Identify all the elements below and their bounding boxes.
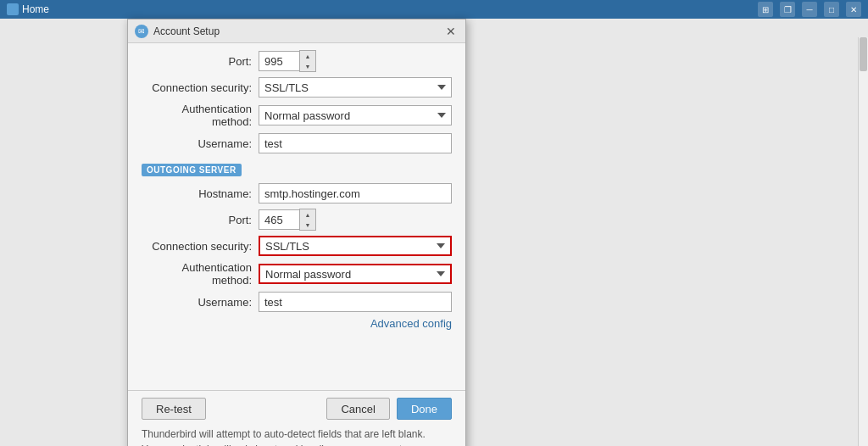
- outgoing-hostname-input[interactable]: [259, 183, 452, 203]
- close-taskbar-icon[interactable]: ✕: [846, 2, 861, 17]
- done-button[interactable]: Done: [397, 398, 452, 420]
- footer-hints: Thunderbird will attempt to auto-detect …: [142, 426, 452, 446]
- incoming-port-up[interactable]: ▲: [300, 51, 315, 61]
- incoming-auth-method-row: Authentication method: Normal password E…: [142, 103, 452, 128]
- outgoing-connection-security-select[interactable]: SSL/TLS None STARTTLS: [259, 236, 452, 256]
- advanced-config-row: Advanced config: [142, 317, 452, 330]
- taskbar: Home ⊞ ❐ ─ □ ✕: [0, 0, 868, 19]
- footer-buttons: Re-test Cancel Done: [142, 398, 452, 420]
- monitor-icon[interactable]: ⊞: [758, 2, 773, 17]
- outgoing-username-input[interactable]: [259, 292, 452, 312]
- incoming-connection-security-select[interactable]: SSL/TLS None STARTTLS: [259, 77, 452, 98]
- scrollbar-thumb[interactable]: [860, 37, 867, 71]
- outgoing-port-down[interactable]: ▼: [300, 220, 315, 230]
- thunderbird-icon: ✉: [135, 25, 148, 38]
- outgoing-port-up[interactable]: ▲: [300, 209, 315, 220]
- outgoing-hostname-label: Hostname:: [142, 187, 252, 200]
- outgoing-auth-method-row: Authentication method: Normal password E…: [142, 261, 452, 287]
- dialog-title: Account Setup: [153, 25, 438, 37]
- incoming-port-spinner: ▲ ▼: [299, 50, 316, 72]
- outgoing-username-row: Username:: [142, 292, 452, 312]
- footer-hint-line2: Your credentials will only be stored loc…: [142, 442, 452, 446]
- footer-hint-line1: Thunderbird will attempt to auto-detect …: [142, 426, 452, 442]
- incoming-username-control: [259, 133, 452, 153]
- outgoing-auth-method-select[interactable]: Normal password Encrypted password OAuth…: [259, 264, 452, 284]
- outgoing-port-input[interactable]: [259, 209, 299, 230]
- outgoing-auth-method-label: Authentication method:: [142, 261, 252, 287]
- outgoing-port-label: Port:: [142, 214, 252, 226]
- outgoing-port-control: ▲ ▼: [259, 209, 452, 231]
- outgoing-server-section: OUTGOING SERVER: [142, 159, 452, 183]
- incoming-port-control: ▲ ▼: [259, 50, 452, 72]
- minimize-icon[interactable]: ─: [802, 2, 817, 17]
- taskbar-right-buttons: ⊞ ❐ ─ □ ✕: [758, 2, 861, 17]
- incoming-port-label: Port:: [142, 55, 252, 68]
- incoming-port-input[interactable]: [259, 51, 299, 71]
- outgoing-hostname-control: [259, 183, 452, 203]
- dialog-footer: Re-test Cancel Done Thunderbird will att…: [128, 390, 465, 446]
- incoming-connection-security-control: SSL/TLS None STARTTLS: [259, 77, 452, 98]
- incoming-connection-security-row: Connection security: SSL/TLS None STARTT…: [142, 77, 452, 98]
- home-icon: [7, 3, 19, 15]
- incoming-username-input[interactable]: [259, 133, 452, 153]
- advanced-config-link[interactable]: Advanced config: [370, 317, 452, 330]
- outgoing-connection-security-control: SSL/TLS None STARTTLS: [259, 236, 452, 256]
- incoming-username-label: Username:: [142, 137, 252, 150]
- outgoing-username-control: [259, 292, 452, 312]
- taskbar-home-item[interactable]: Home: [7, 3, 49, 15]
- incoming-username-row: Username:: [142, 133, 452, 153]
- outgoing-port-row: Port: ▲ ▼: [142, 209, 452, 231]
- incoming-auth-method-control: Normal password Encrypted password OAuth…: [259, 105, 452, 125]
- taskbar-home-label: Home: [22, 3, 49, 15]
- dialog-titlebar: ✉ Account Setup ✕: [128, 20, 465, 43]
- outgoing-port-spinner: ▲ ▼: [299, 209, 316, 231]
- outgoing-connection-security-row: Connection security: SSL/TLS None STARTT…: [142, 236, 452, 256]
- cancel-button[interactable]: Cancel: [326, 398, 389, 420]
- dialog-content: Port: ▲ ▼ Connection security: SSL/TLS N…: [128, 43, 465, 390]
- dialog-close-button[interactable]: ✕: [443, 24, 459, 39]
- incoming-auth-method-select[interactable]: Normal password Encrypted password OAuth…: [259, 105, 452, 125]
- outgoing-auth-method-control: Normal password Encrypted password OAuth…: [259, 264, 452, 284]
- outgoing-hostname-row: Hostname:: [142, 183, 452, 203]
- outgoing-connection-security-label: Connection security:: [142, 240, 252, 253]
- incoming-port-down[interactable]: ▼: [300, 61, 315, 71]
- maximize-icon[interactable]: □: [824, 2, 839, 17]
- window-scrollbar[interactable]: [858, 37, 868, 446]
- retest-button[interactable]: Re-test: [142, 398, 206, 420]
- restore-icon[interactable]: ❐: [780, 2, 795, 17]
- account-setup-dialog: ✉ Account Setup ✕ Port: ▲ ▼ Connection s…: [127, 19, 466, 446]
- desktop: ✉ Account Setup ✕ Port: ▲ ▼ Connection s…: [0, 19, 868, 446]
- outgoing-server-badge: OUTGOING SERVER: [142, 164, 242, 176]
- incoming-port-row: Port: ▲ ▼: [142, 50, 452, 72]
- incoming-connection-security-label: Connection security:: [142, 81, 252, 94]
- incoming-auth-method-label: Authentication method:: [142, 103, 252, 128]
- outgoing-username-label: Username:: [142, 296, 252, 309]
